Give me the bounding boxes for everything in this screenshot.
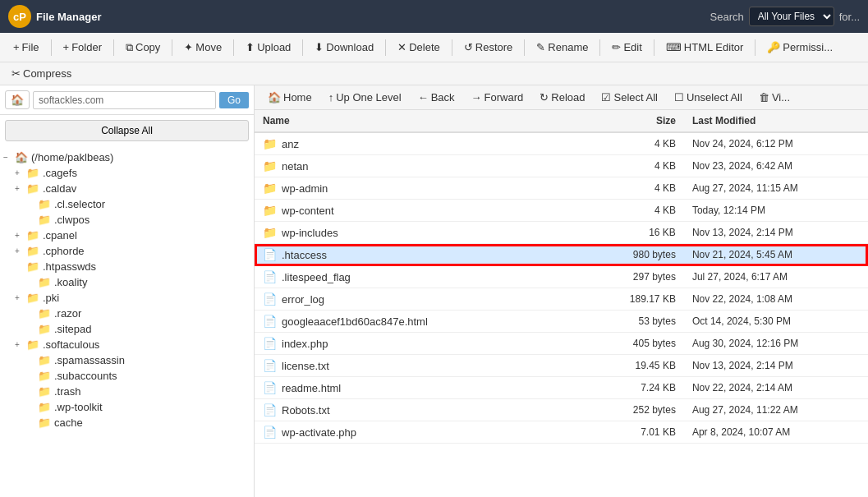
tree-item-label: (/home/paklbeas) — [31, 151, 113, 163]
permissions-button[interactable]: 🔑 Permissi... — [760, 38, 839, 57]
restore-icon: ↺ — [464, 41, 473, 53]
move-button[interactable]: ✦ Move — [177, 38, 228, 57]
home-nav-icon: 🏠 — [268, 91, 281, 104]
table-row[interactable]: 📄index.php405 bytesAug 30, 2024, 12:16 P… — [255, 333, 868, 355]
file-modified: Aug 30, 2024, 12:16 PM — [684, 333, 868, 355]
table-row[interactable]: 📄Robots.txt252 bytesAug 27, 2024, 11:22 … — [255, 399, 868, 421]
compress-bar: ✂ Compress — [0, 62, 868, 85]
folder-button[interactable]: + Folder — [57, 38, 108, 57]
edit-button[interactable]: ✏ Edit — [605, 38, 648, 57]
path-home-button[interactable]: 🏠 — [5, 90, 30, 109]
tree-item-sitepad[interactable]: 📁 .sitepad — [0, 321, 254, 337]
collapse-all-button[interactable]: Collapse All — [5, 120, 249, 141]
file-size: 7.24 KB — [592, 377, 684, 399]
table-row[interactable]: 📁wp-admin4 KBAug 27, 2024, 11:15 AM — [255, 177, 868, 200]
tree-item-label: .wp-toolkit — [54, 401, 103, 413]
reload-button[interactable]: ↻ Reload — [533, 89, 591, 106]
tree-item-clwpos[interactable]: 📁 .clwpos — [0, 212, 254, 228]
table-row[interactable]: 📁anz4 KBNov 24, 2024, 6:12 PM — [255, 132, 868, 155]
column-name-header[interactable]: Name — [255, 110, 592, 132]
table-row[interactable]: 📄readme.html7.24 KBNov 22, 2024, 2:14 AM — [255, 377, 868, 399]
tree-item-cphorde[interactable]: + 📁 .cphorde — [0, 243, 254, 259]
go-button[interactable]: Go — [219, 92, 249, 108]
table-row[interactable]: 📄.htaccess980 bytesNov 21, 2024, 5:45 AM — [255, 244, 868, 266]
html-editor-button[interactable]: ⌨ HTML Editor — [659, 38, 750, 57]
tree-item-pki[interactable]: + 📁 .pki — [0, 290, 254, 306]
html-editor-label: HTML Editor — [684, 41, 743, 53]
file-modified: Aug 27, 2024, 11:15 AM — [684, 177, 868, 200]
column-modified-header[interactable]: Last Modified — [684, 110, 868, 132]
divider-6 — [385, 39, 386, 56]
cpanel-icon: cP — [8, 5, 31, 28]
table-row[interactable]: 📄error_log189.17 KBNov 22, 2024, 1:08 AM — [255, 288, 868, 311]
folder-icon: 📁 — [38, 214, 51, 226]
tree-item-razor[interactable]: 📁 .razor — [0, 306, 254, 321]
folder-icon: 📁 — [26, 338, 39, 351]
unselect-all-icon: ☐ — [674, 91, 684, 104]
forward-button[interactable]: → Forward — [465, 89, 530, 106]
tree-item-spamassassin[interactable]: 📁 .spamassassin — [0, 352, 254, 368]
divider-3 — [172, 39, 172, 56]
file-name: wp-content — [282, 205, 334, 217]
compress-button[interactable]: ✂ Compress — [7, 66, 76, 81]
folder-icon: 📁 — [38, 416, 51, 429]
table-row[interactable]: 📄license.txt19.45 KBNov 13, 2024, 2:14 P… — [255, 355, 868, 377]
path-input[interactable] — [33, 91, 216, 109]
download-button[interactable]: ⬇ Download — [308, 38, 380, 57]
back-label: Back — [431, 91, 455, 104]
reload-icon: ↻ — [540, 91, 549, 104]
tree-item-softaculous[interactable]: + 📁 .softaculous — [0, 337, 254, 352]
tree-item-wp-toolkit[interactable]: 📁 .wp-toolkit — [0, 399, 254, 415]
table-row[interactable]: 📄googleaacef1bd60ac847e.html53 bytesOct … — [255, 311, 868, 333]
folder-icon: 📁 — [26, 182, 39, 195]
file-button[interactable]: + File — [7, 38, 46, 57]
back-icon: ← — [418, 91, 429, 104]
table-row[interactable]: 📁wp-content4 KBToday, 12:14 PM — [255, 200, 868, 222]
file-name: .litespeed_flag — [282, 271, 351, 283]
table-row[interactable]: 📁wp-includes16 KBNov 13, 2024, 2:14 PM — [255, 222, 868, 244]
file-type-icon: 📄 — [263, 337, 277, 350]
table-row[interactable]: 📄wp-activate.php7.01 KBApr 8, 2024, 10:0… — [255, 421, 868, 444]
folder-icon: 📁 — [26, 260, 39, 273]
tree-item-subaccounts[interactable]: 📁 .subaccounts — [0, 368, 254, 384]
tree-item-koality[interactable]: 📁 .koality — [0, 274, 254, 290]
tree-item-cl-selector[interactable]: 📁 .cl.selector — [0, 196, 254, 212]
rename-button[interactable]: ✎ Rename — [530, 38, 595, 57]
copy-icon: ⧉ — [126, 41, 133, 54]
tree-item-htpasswds[interactable]: 📁 .htpasswds — [0, 259, 254, 274]
html-editor-icon: ⌨ — [666, 41, 682, 53]
table-row[interactable]: 📁netan4 KBNov 23, 2024, 6:42 AM — [255, 155, 868, 177]
delete-button[interactable]: ✕ Delete — [391, 38, 447, 57]
folder-icon: 📁 — [38, 198, 51, 210]
home-nav-label: Home — [283, 91, 312, 104]
tree-item-cpanel[interactable]: + 📁 .cpanel — [0, 228, 254, 243]
tree-item-cache[interactable]: 📁 cache — [0, 415, 254, 430]
tree-item-trash[interactable]: 📁 .trash — [0, 384, 254, 399]
tree-item-caldav[interactable]: + 📁 .caldav — [0, 181, 254, 196]
file-type-icon: 📄 — [263, 359, 277, 372]
tree-item-label: .spamassassin — [54, 354, 125, 366]
back-button[interactable]: ← Back — [411, 89, 462, 106]
compress-icon: ✂ — [11, 67, 21, 80]
rename-icon: ✎ — [536, 41, 545, 53]
select-all-button[interactable]: ☑ Select All — [595, 89, 664, 106]
file-modified: Nov 13, 2024, 2:14 PM — [684, 222, 868, 244]
copy-button[interactable]: ⧉ Copy — [119, 38, 167, 58]
upload-button[interactable]: ⬆ Upload — [239, 38, 297, 57]
folder-icon: 📁 — [38, 354, 51, 366]
search-scope-dropdown[interactable]: All Your Files — [749, 7, 834, 26]
up-one-level-button[interactable]: ↑ Up One Level — [322, 89, 408, 106]
tree-item-root[interactable]: − 🏠 (/home/paklbeas) — [0, 150, 254, 165]
folder-plus-icon: + — [63, 41, 70, 53]
tree-item-label: .sitepad — [54, 323, 92, 335]
restore-button[interactable]: ↺ Restore — [457, 38, 520, 57]
view-button[interactable]: 🗑 Vi... — [752, 89, 797, 106]
file-modified: Nov 24, 2024, 6:12 PM — [684, 132, 868, 155]
file-size: 53 bytes — [592, 311, 684, 333]
tree-item-cagefs[interactable]: + 📁 .cagefs — [0, 165, 254, 181]
unselect-all-button[interactable]: ☐ Unselect All — [668, 89, 749, 106]
tree-item-label: .cpanel — [43, 229, 77, 242]
column-size-header[interactable]: Size — [592, 110, 684, 132]
table-row[interactable]: 📄.litespeed_flag297 bytesJul 27, 2024, 6… — [255, 266, 868, 288]
home-nav-button[interactable]: 🏠 Home — [261, 89, 319, 106]
